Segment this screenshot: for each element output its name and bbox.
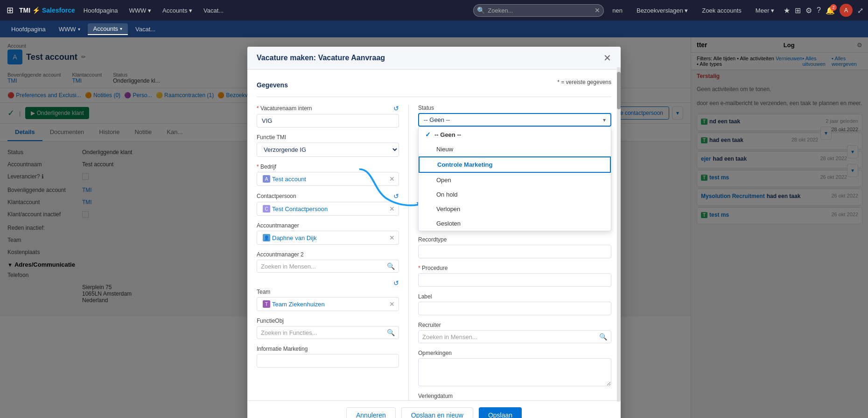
option-label-geen: -- Geen -- (434, 131, 461, 138)
lookup-search-functieobj[interactable]: 🔍 (257, 326, 399, 339)
option-label-gesloten: Gesloten (436, 220, 461, 227)
input-recordtype[interactable] (418, 245, 611, 258)
search-input[interactable] (473, 4, 604, 17)
label-verlengdatum: Verlengdatum (418, 393, 611, 399)
second-nav-vacat[interactable]: Vacat... (130, 24, 161, 35)
nav-vacat[interactable]: Vacat... (199, 5, 228, 16)
nav-zoek-accounts[interactable]: Zoek accounts (697, 5, 746, 16)
notification-badge: 2 (830, 4, 837, 11)
select-functie-tmi[interactable]: Verzorgende IG (257, 142, 399, 157)
logo-salesforce: ⚡ Salesforce (32, 7, 75, 14)
team-tag-text: Team Ziekenhuizen (272, 301, 325, 308)
setup-icon[interactable]: ⚙ (805, 6, 812, 15)
input-informatie-marketing[interactable] (257, 354, 399, 368)
grid-nav-icon[interactable]: ⊞ (795, 6, 801, 15)
scrollbar-thumb[interactable] (617, 72, 621, 109)
field-verlengdatum: Verlengdatum 📅 (418, 393, 611, 400)
label-procedure: Procedure (418, 265, 611, 271)
field-functieobj: FunctieObj 🔍 (257, 318, 399, 339)
field-vacaturenaam: Vacaturenaam intern ↺ (257, 105, 399, 128)
refresh-team-button[interactable]: ↺ (393, 279, 399, 287)
option-label-open: Open (436, 177, 451, 184)
label-functie-tmi: Functie TMI (257, 134, 399, 141)
app-logo: TMI ⚡ Salesforce (19, 7, 75, 14)
option-label-nieuw: Nieuw (436, 146, 453, 153)
accountmanager-remove-button[interactable]: ✕ (389, 234, 395, 241)
nav-www[interactable]: WWW ▾ (125, 5, 156, 16)
field-functie-tmi: Functie TMI Verzorgende IG (257, 134, 399, 157)
input-vacaturenaam[interactable] (257, 114, 399, 128)
search-bar: 🔍 ✕ (473, 4, 604, 17)
input-accountmanager2[interactable] (261, 263, 387, 270)
dropdown-option-verlopen[interactable]: Verlopen (419, 202, 611, 216)
lookup-accountmanager[interactable]: 👤 Daphne van Dijk ✕ (257, 231, 399, 245)
lookup-search-recruiter[interactable]: 🔍 (418, 330, 611, 343)
field-bedrijf: Bedrijf A Test account ✕ (257, 163, 399, 186)
cancel-button[interactable]: Annuleren (346, 407, 396, 418)
avatar[interactable]: A (840, 4, 853, 17)
label-contactpersoon: Contactpersoon (257, 193, 296, 199)
search-recruiter-icon: 🔍 (599, 333, 607, 340)
save-button[interactable]: Opslaan (479, 407, 522, 418)
search-people-icon: 🔍 (387, 262, 395, 270)
dropdown-option-gesloten[interactable]: Gesloten (419, 216, 611, 231)
lookup-team[interactable]: T Team Ziekenhuizen ✕ (257, 297, 399, 311)
vacaturenaam-header: Vacaturenaam intern ↺ (257, 105, 399, 114)
dropdown-option-geen[interactable]: ✓ -- Geen -- (419, 127, 611, 142)
textarea-opmerkingen[interactable] (418, 358, 611, 386)
option-label-verlopen: Verlopen (436, 205, 460, 213)
lookup-contactpersoon[interactable]: C Test Contactpersoon ✕ (257, 202, 399, 216)
modal-scroll-area[interactable]: Gegevens * = vereiste gegevens Vacaturen… (247, 70, 621, 400)
status-select-button[interactable]: -- Geen -- ▾ (418, 113, 611, 127)
top-nav-right: nen Bezoekverslagen ▾ Zoek accounts Meer… (608, 4, 863, 17)
expand-icon[interactable]: ⤢ (857, 6, 863, 15)
form-right-col: Status -- Geen -- ▾ ✓ (409, 105, 611, 400)
field-contactpersoon: Contactpersoon ↺ C Test Contactpersoon ✕ (257, 192, 399, 216)
lookup-bedrijf[interactable]: A Test account ✕ (257, 172, 399, 186)
save-new-button[interactable]: Opslaan en nieuw (401, 407, 473, 418)
bedrijf-tag-text: Test account (272, 176, 306, 183)
refresh-contactpersoon-button[interactable]: ↺ (393, 192, 399, 200)
modal-title: Vacature maken: Vacature Aanvraag (257, 54, 385, 62)
second-navigation: Hoofdpagina WWW ▾ Accounts ▾ Vacat... (0, 21, 868, 37)
input-procedure[interactable] (418, 273, 611, 287)
lookup-search-accountmanager2[interactable]: 🔍 (257, 260, 399, 273)
dropdown-option-open[interactable]: Open (419, 173, 611, 187)
modal-section-title: Gegevens (257, 81, 288, 89)
favorites-icon[interactable]: ★ (784, 6, 790, 15)
field-recruiter: Recruiter 🔍 (418, 322, 611, 343)
field-label: Label (418, 293, 611, 315)
bedrijf-remove-button[interactable]: ✕ (389, 175, 395, 183)
nav-hoofdpagina[interactable]: Hoofdpagina (79, 5, 123, 16)
second-nav-accounts[interactable]: Accounts ▾ (88, 23, 128, 35)
dropdown-option-onhold[interactable]: On hold (419, 187, 611, 202)
team-remove-button[interactable]: ✕ (389, 300, 395, 308)
nav-meer[interactable]: Meer ▾ (751, 5, 779, 16)
label-opmerkingen: Opmerkingen (418, 350, 611, 356)
modal-body: Gegevens * = vereiste gegevens Vacaturen… (247, 70, 621, 400)
dropdown-option-controle-marketing[interactable]: Controle Marketing (419, 156, 611, 173)
required-note: * = vereiste gegevens (557, 79, 611, 85)
contactpersoon-remove-button[interactable]: ✕ (389, 205, 395, 213)
notifications-icon[interactable]: 🔔2 (826, 6, 835, 15)
modal-close-button[interactable]: ✕ (603, 53, 611, 63)
close-icon[interactable]: ✕ (595, 7, 600, 14)
nav-accounts[interactable]: Accounts ▾ (158, 5, 197, 16)
dropdown-option-nieuw[interactable]: Nieuw (419, 142, 611, 156)
input-label[interactable] (418, 302, 611, 315)
top-navigation: ⊞ TMI ⚡ Salesforce Hoofdpagina WWW ▾ Acc… (0, 0, 868, 21)
nav-bezoekverslagen[interactable]: Bezoekverslagen ▾ (632, 5, 693, 16)
option-label-controle-marketing: Controle Marketing (437, 161, 492, 168)
input-recruiter[interactable] (422, 333, 599, 340)
grid-icon[interactable]: ⊞ (5, 3, 15, 17)
status-dropdown-menu: ✓ -- Geen -- Nieuw (418, 127, 611, 231)
second-nav-www[interactable]: WWW ▾ (53, 24, 86, 35)
input-functieobj[interactable] (261, 329, 387, 336)
nav-nen[interactable]: nen (608, 5, 627, 16)
refresh-vacaturenaam-button[interactable]: ↺ (393, 105, 399, 112)
help-icon[interactable]: ? (817, 6, 821, 14)
status-dropdown-container: -- Geen -- ▾ ✓ -- Geen -- (418, 113, 611, 127)
second-nav-hoofdpagina[interactable]: Hoofdpagina (6, 24, 51, 35)
accountmanager-tag: 👤 Daphne van Dijk (261, 233, 318, 242)
modal-section-header: Gegevens * = vereiste gegevens (257, 79, 611, 91)
